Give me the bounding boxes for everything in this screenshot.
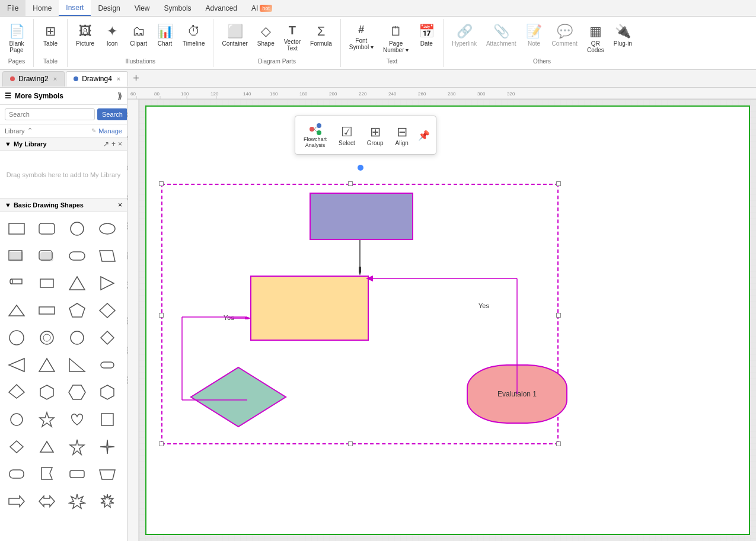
ribbon-btn-blank-page[interactable]: 📄 BlankPage <box>5 21 28 56</box>
ribbon-btn-page-number[interactable]: 🗒 PageNumber ▾ <box>379 21 412 56</box>
shape-pentagon[interactable] <box>65 299 89 322</box>
shape-orange-rect[interactable] <box>250 276 369 341</box>
shape-rhombus[interactable] <box>95 326 119 350</box>
ribbon-btn-formula[interactable]: Σ Formula <box>307 21 336 49</box>
float-toolbar-pin[interactable]: 📌 <box>418 130 430 141</box>
shape-tri-up2[interactable] <box>35 353 59 377</box>
shape-rect-small[interactable] <box>35 271 59 295</box>
shape-hex3[interactable] <box>95 380 119 404</box>
shape-star[interactable] <box>35 408 59 431</box>
menu-file[interactable]: File <box>0 0 25 16</box>
shape-rounded-shadow[interactable] <box>35 244 59 268</box>
handle-bm[interactable] <box>348 441 353 446</box>
shape-parallelogram[interactable] <box>95 244 119 268</box>
ribbon-btn-date[interactable]: 📅 Date <box>414 21 438 49</box>
canvas[interactable]: Yes <box>139 100 756 541</box>
shape-flag[interactable] <box>35 462 59 486</box>
tab-drawing2[interactable]: Drawing2 × <box>2 71 65 87</box>
ribbon-btn-timeline[interactable]: ⏱ Timeline <box>179 21 208 49</box>
menu-symbols[interactable]: Symbols <box>157 0 199 16</box>
shape-circle-solid[interactable] <box>65 326 89 350</box>
shape-stadium[interactable] <box>65 244 89 268</box>
shape-eval[interactable]: Evalutaion 1 <box>467 364 567 424</box>
ribbon-btn-vector-text[interactable]: T VectorText <box>280 21 304 54</box>
shape-star2[interactable] <box>65 435 89 459</box>
shape-capsule[interactable] <box>95 353 119 377</box>
handle-tm[interactable] <box>348 181 353 186</box>
shape-diamond[interactable] <box>95 299 119 322</box>
sidebar-collapse-btn[interactable]: ⟫ <box>117 91 122 101</box>
ribbon-btn-comment[interactable]: 💬 Comment <box>548 21 581 49</box>
shape-triangle-up[interactable] <box>65 271 89 295</box>
shape-teal-diamond[interactable] <box>188 364 289 430</box>
float-btn-align[interactable]: ⊟ Align <box>393 122 411 149</box>
handle-mr[interactable] <box>556 313 561 318</box>
shape-hex2[interactable] <box>65 380 89 404</box>
ribbon-btn-hyperlink[interactable]: 🔗 Hyperlink <box>448 21 480 49</box>
menu-home[interactable]: Home <box>25 0 59 16</box>
shape-hex[interactable] <box>35 380 59 404</box>
shape-heart[interactable] <box>65 408 89 431</box>
handle-ml[interactable] <box>159 313 164 318</box>
ribbon-btn-chart[interactable]: 📊 Chart <box>153 21 177 49</box>
shape-diamond2[interactable] <box>5 435 28 459</box>
shape-rounded-rect2[interactable] <box>5 462 28 486</box>
shape-scroll[interactable] <box>5 271 28 295</box>
float-btn-group[interactable]: ⊞ Group <box>365 122 386 149</box>
shape-arrow-dbl[interactable] <box>35 489 59 513</box>
shape-triangle-right[interactable] <box>95 271 119 295</box>
shape-purple-rect[interactable] <box>310 193 413 240</box>
manage-button[interactable]: Manage <box>98 127 122 135</box>
handle-tr[interactable] <box>556 181 561 186</box>
ribbon-btn-picture[interactable]: 🖼 Picture <box>72 21 98 49</box>
my-library-open-icon[interactable]: ↗ <box>103 140 109 148</box>
shape-triangle2[interactable] <box>5 299 28 322</box>
my-library-add-icon[interactable]: + <box>111 140 116 148</box>
float-btn-select[interactable]: ☑ Select <box>336 122 358 149</box>
tab-add-button[interactable]: + <box>129 72 143 85</box>
handle-bl[interactable] <box>159 441 164 446</box>
basic-shapes-header[interactable]: ▼ Basic Drawing Shapes × <box>0 199 127 212</box>
handle-center-blue[interactable] <box>358 165 363 171</box>
ribbon-btn-clipart[interactable]: 🗂 Clipart <box>126 21 151 49</box>
shape-circle-sm[interactable] <box>5 408 28 431</box>
shape-ring[interactable] <box>35 326 59 350</box>
tab-drawing2-close[interactable]: × <box>53 75 57 82</box>
menu-ai[interactable]: AI hot <box>244 0 279 16</box>
menu-view[interactable]: View <box>127 0 157 16</box>
ribbon-btn-icon[interactable]: ✦ Icon <box>100 21 124 49</box>
my-library-close-icon[interactable]: × <box>118 140 122 148</box>
shape-squircle[interactable] <box>5 326 28 350</box>
search-input[interactable] <box>5 108 95 120</box>
menu-design[interactable]: Design <box>91 0 127 16</box>
menu-insert[interactable]: Insert <box>59 0 91 16</box>
ribbon-btn-shape[interactable]: ◇ Shape <box>254 21 278 49</box>
shape-tri-right2[interactable] <box>65 353 89 377</box>
basic-shapes-close[interactable]: × <box>118 201 122 209</box>
float-btn-flowchart[interactable]: FlowchartAnalysis <box>301 120 329 151</box>
shape-rectangle[interactable] <box>5 217 28 241</box>
ribbon-btn-container[interactable]: ⬜ Container <box>218 21 251 49</box>
ribbon-btn-table[interactable]: ⊞ Table <box>39 21 62 49</box>
shape-rounded-rect[interactable] <box>35 217 59 241</box>
shape-trapezoid[interactable] <box>95 462 119 486</box>
shape-rect2[interactable] <box>35 299 59 322</box>
menu-advanced[interactable]: Advanced <box>199 0 244 16</box>
tab-drawing4[interactable]: Drawing4 × <box>66 71 128 87</box>
search-button[interactable]: Search <box>97 108 127 120</box>
shape-oval[interactable] <box>95 217 119 241</box>
shape-tri-left[interactable] <box>5 353 28 377</box>
handle-tl[interactable] <box>159 181 164 186</box>
handle-br[interactable] <box>556 441 561 446</box>
shape-rounded-rect3[interactable] <box>65 462 89 486</box>
shape-arrow-right[interactable] <box>5 489 28 513</box>
shape-rect-shadow[interactable] <box>5 244 28 268</box>
shape-star3[interactable] <box>95 435 119 459</box>
ribbon-btn-font-symbol[interactable]: # FontSymbol ▾ <box>346 21 377 53</box>
ribbon-btn-qr-codes[interactable]: ▦ QRCodes <box>583 21 608 56</box>
ribbon-btn-attachment[interactable]: 📎 Attachment <box>483 21 520 49</box>
shape-circle[interactable] <box>65 217 89 241</box>
ribbon-btn-note[interactable]: 📝 Note <box>522 21 546 49</box>
tab-drawing4-close[interactable]: × <box>117 75 120 82</box>
shape-tri-sm[interactable] <box>35 435 59 459</box>
